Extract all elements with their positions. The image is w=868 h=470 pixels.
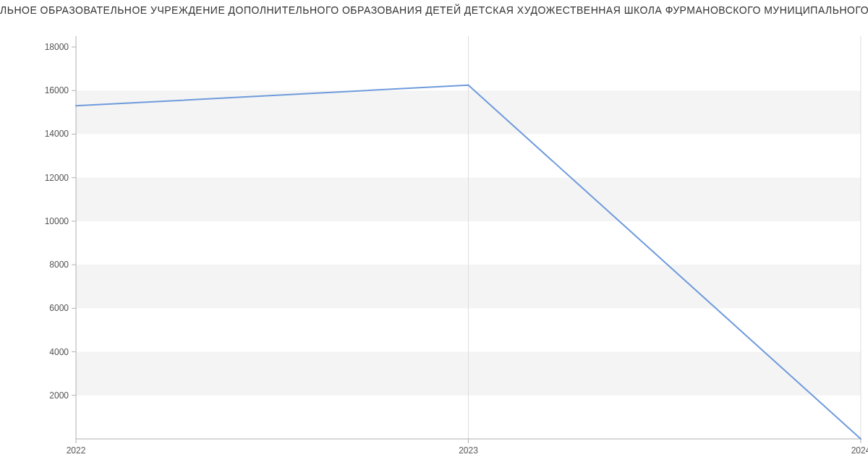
x-tick-label: 2023 [459,445,478,456]
y-tick-label: 2000 [49,390,69,401]
chart-svg: 2000400060008000100001200014000160001800… [0,22,868,470]
y-tick-label: 12000 [45,173,69,183]
x-tick-label: 2022 [67,445,86,456]
chart-container: 2000400060008000100001200014000160001800… [0,22,868,470]
y-tick-label: 10000 [45,216,69,226]
y-tick-label: 18000 [45,42,69,52]
y-tick-label: 14000 [45,129,69,139]
y-tick-label: 6000 [49,303,69,313]
y-tick-label: 8000 [49,260,69,270]
y-tick-label: 4000 [49,347,69,357]
chart-title: ЛЬНОЕ ОБРАЗОВАТЕЛЬНОЕ УЧРЕЖДЕНИЕ ДОПОЛНИ… [0,4,868,16]
x-tick-label: 2024 [851,445,868,456]
y-tick-label: 16000 [45,85,69,95]
